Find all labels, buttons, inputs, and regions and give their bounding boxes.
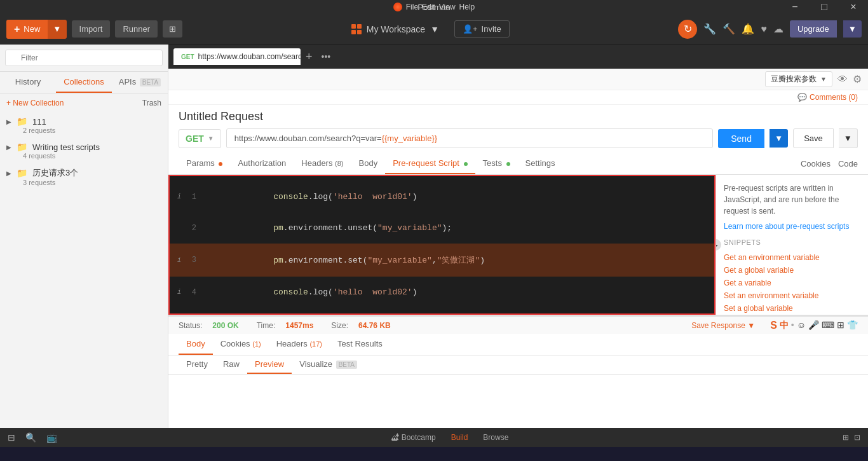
browse-link[interactable]: Browse <box>483 433 508 442</box>
import-button[interactable]: Import <box>72 20 111 38</box>
status-icon-layout[interactable]: ⊡ <box>854 433 860 442</box>
snippet-item-3[interactable]: Set an environment variable <box>724 289 860 302</box>
code-content-1: console.log('hello world01') <box>204 182 417 211</box>
upgrade-dropdown-button[interactable]: ▼ <box>843 20 862 38</box>
tab-body[interactable]: Body <box>351 153 386 174</box>
eye-button[interactable]: 👁 <box>837 74 848 85</box>
url-input[interactable]: https://www.douban.com/search?q=var={{my… <box>226 128 714 148</box>
response-raw[interactable]: Raw <box>215 355 247 374</box>
line-num-3: 3 <box>184 256 196 265</box>
method-select[interactable]: GET ▼ <box>179 129 221 148</box>
bell-icon[interactable]: 🔔 <box>742 23 754 35</box>
new-button[interactable]: + New <box>6 20 48 39</box>
filter-input[interactable] <box>5 50 163 66</box>
close-button[interactable]: × <box>839 0 868 14</box>
menu-file[interactable]: File <box>406 3 418 11</box>
minimize-button[interactable]: − <box>780 0 810 14</box>
tab-headers[interactable]: Headers (8) <box>294 153 351 174</box>
send-dropdown-button[interactable]: ▼ <box>770 129 788 148</box>
app-icon <box>393 3 402 11</box>
line-num-4: 4 <box>184 288 196 297</box>
collection-item-1[interactable]: ▶ 📁 Writing test scripts 4 requests <box>0 138 168 163</box>
snippet-item-1[interactable]: Get a global variable <box>724 264 860 277</box>
response-tab-body[interactable]: Body <box>179 334 213 355</box>
snippet-item-0[interactable]: Get an environment variable <box>724 251 860 264</box>
right-panel: ▶ Pre-request scripts are written in Jav… <box>715 175 868 315</box>
tab-apis[interactable]: APIs BETA <box>112 72 168 93</box>
line-icon-2: i <box>175 224 184 231</box>
status-bar-icon-3[interactable]: 📺 <box>46 432 57 443</box>
snippet-item-4[interactable]: Set a global variable <box>724 302 860 315</box>
env-selector[interactable]: 豆瓣搜索参数 ▼ <box>765 71 832 87</box>
response-pretty[interactable]: Pretty <box>179 355 215 374</box>
bootcamp-link[interactable]: 🏕 Bootcamp <box>391 433 436 442</box>
save-response-button[interactable]: Save Response ▼ <box>691 321 755 330</box>
code-link[interactable]: Code <box>838 159 858 169</box>
status-bar: Status: 200 OK Time: 1457ms Size: 64.76 … <box>168 316 868 334</box>
status-icon-grid[interactable]: ⊞ <box>843 433 849 442</box>
tab-settings[interactable]: Settings <box>518 153 563 174</box>
toolbar-right: ↻ 🔧 🔨 🔔 ♥ ☁ Upgrade ▼ <box>678 20 862 39</box>
more-tabs-button[interactable]: ••• <box>318 52 335 62</box>
add-tab-button[interactable]: + <box>302 50 316 64</box>
tab-authorization[interactable]: Authorization <box>230 153 294 174</box>
snippet-item-2[interactable]: Get a variable <box>724 277 860 289</box>
plus-icon: + <box>14 24 20 35</box>
code-editor[interactable]: i 1 console.log('hello world01') i 2 pm.… <box>168 175 715 315</box>
send-button[interactable]: Send <box>718 129 764 148</box>
trash-button[interactable]: Trash <box>142 99 161 107</box>
icon-grid[interactable]: ⊞ <box>837 320 844 331</box>
status-bar-icon-2[interactable]: 🔍 <box>25 432 36 443</box>
gear-button[interactable]: ⚙ <box>853 73 862 85</box>
icon-smiley[interactable]: ☺ <box>797 320 806 331</box>
collection-count-2: 3 requests <box>6 179 161 186</box>
code-line-1: i 1 console.log('hello world01') <box>170 181 714 212</box>
new-collection-button[interactable]: + New Collection <box>6 99 64 107</box>
save-button[interactable]: Save <box>793 128 834 148</box>
response-preview[interactable]: Preview <box>247 355 292 374</box>
new-dropdown-button[interactable]: ▼ <box>48 20 66 39</box>
request-bar: GET ▼ https://www.douban.com/search?q=va… <box>168 126 868 153</box>
save-dropdown-button[interactable]: ▼ <box>839 128 858 148</box>
response-tab-cookies[interactable]: Cookies (1) <box>213 334 269 355</box>
tab-collections[interactable]: Collections <box>56 72 112 93</box>
runner-button[interactable]: Runner <box>115 20 158 38</box>
response-tab-test-results[interactable]: Test Results <box>330 334 390 355</box>
icon-keyboard[interactable]: ⌨ <box>822 320 834 331</box>
response-visualize[interactable]: Visualize BETA <box>292 355 365 374</box>
status-bar-icon-1[interactable]: ⊟ <box>8 432 15 443</box>
icon-mic[interactable]: 🎤 <box>808 320 819 331</box>
collection-item-2[interactable]: ▶ 📁 历史请求3个 3 requests <box>0 163 168 190</box>
maximize-button[interactable]: □ <box>810 0 839 14</box>
cookies-link[interactable]: Cookies <box>801 159 831 169</box>
intercept-button[interactable]: ⊞ <box>163 20 182 38</box>
request-tab-0[interactable]: GET https://www.douban.com/searc... <box>173 48 301 65</box>
learn-more-link[interactable]: Learn more about pre-request scripts <box>724 222 860 231</box>
response-tab-headers[interactable]: Headers (17) <box>269 334 330 355</box>
size-value: 64.76 KB <box>358 321 391 330</box>
icon-s[interactable]: S <box>770 320 777 331</box>
tab-tests[interactable]: Tests <box>475 153 518 174</box>
invite-button[interactable]: 👤+ Invite <box>454 20 510 38</box>
menu-help[interactable]: Help <box>459 3 475 11</box>
heart-icon[interactable]: ♥ <box>761 24 767 35</box>
icon-t-shirt[interactable]: 👕 <box>847 320 858 331</box>
cloud-icon[interactable]: ☁ <box>773 23 783 35</box>
wrench2-icon[interactable]: 🔨 <box>722 23 735 35</box>
workspace-selector[interactable]: My Workspace ▼ <box>351 24 439 34</box>
app-status-bar: ⊟ 🔍 📺 🏕 Bootcamp Build Browse ⊞ ⊡ <box>0 428 868 447</box>
icon-zh[interactable]: 中 <box>780 320 789 331</box>
code-content-4: console.log('hello world02') <box>204 278 417 306</box>
upgrade-button[interactable]: Upgrade <box>790 20 837 38</box>
pre-request-dot <box>464 162 468 166</box>
panel-toggle-icon[interactable]: ▶ <box>715 239 721 251</box>
sync-icon[interactable]: ↻ <box>678 20 697 39</box>
build-link[interactable]: Build <box>451 433 468 442</box>
tab-history[interactable]: History <box>0 72 56 93</box>
collection-item-0[interactable]: ▶ 📁 111 2 requests <box>0 113 168 138</box>
wrench-icon[interactable]: 🔧 <box>703 23 716 35</box>
panel-description: Pre-request scripts are written in JavaS… <box>724 182 860 217</box>
comments-link[interactable]: 💬 Comments (0) <box>797 93 858 102</box>
tab-params[interactable]: Params <box>179 153 230 174</box>
tab-pre-request[interactable]: Pre-request Script <box>385 153 475 174</box>
